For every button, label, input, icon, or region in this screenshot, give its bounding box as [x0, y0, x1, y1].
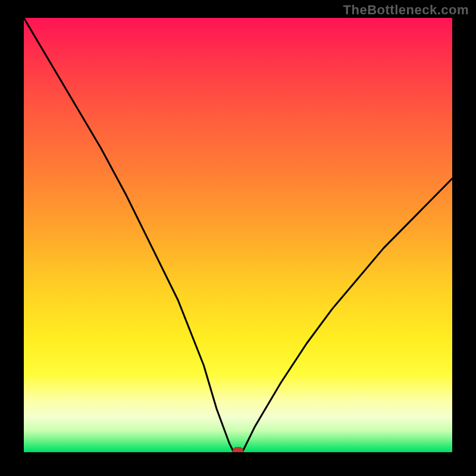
plot-area — [24, 18, 452, 452]
chart-frame: TheBottleneck.com — [0, 0, 476, 476]
watermark-text: TheBottleneck.com — [343, 2, 469, 18]
optimal-marker — [233, 447, 243, 452]
bottleneck-curve — [24, 18, 452, 452]
curve-layer — [24, 18, 452, 452]
